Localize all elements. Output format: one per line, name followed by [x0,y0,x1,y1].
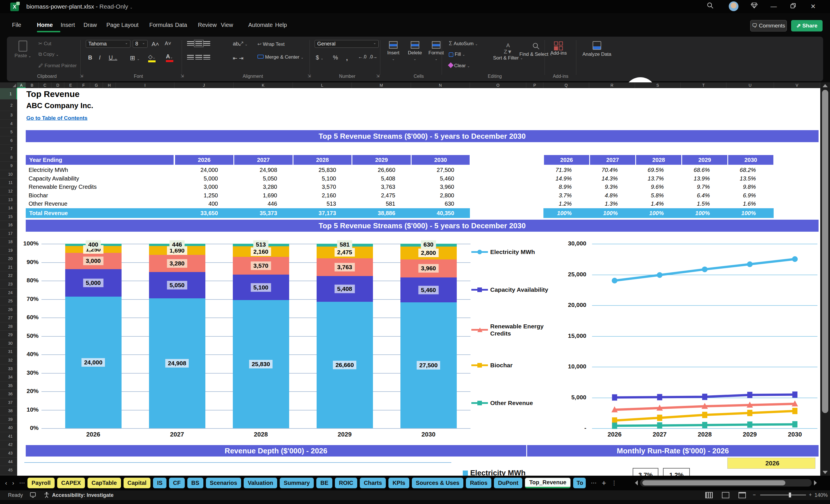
column-header-H[interactable]: H [103,83,116,88]
clipboard-dialog-launcher[interactable]: ⇲ [79,73,84,78]
ribbon-tab-insert[interactable]: Insert [61,22,75,28]
pct-header-2029[interactable]: 2029 [682,155,727,165]
font-color-button[interactable]: A⌄ [166,53,173,62]
shrink-font-button[interactable]: A˅ [165,41,171,46]
row-header-8[interactable]: 8 [0,153,17,162]
row-header-42[interactable]: 42 [0,441,17,449]
table-cell[interactable]: 5,100 [293,175,336,183]
pct-total-cell[interactable]: 100% [636,208,664,218]
total-cell[interactable]: 35,373 [234,208,277,218]
sheet-tab-payroll[interactable]: Payroll [28,478,55,488]
row-header-4[interactable]: 4 [0,120,17,128]
column-headers[interactable]: ABCDEFGHIJKLMNOPQRSTUV [17,83,820,88]
column-header-D[interactable]: D [52,83,64,88]
zoom-slider-thumb[interactable] [789,493,791,497]
italic-button[interactable]: I [99,54,101,61]
vertical-align-buttons[interactable] [187,41,210,47]
table-cell[interactable]: 2,160 [293,191,336,200]
table-cell[interactable]: 2,800 [411,191,454,200]
sheet-tab-to[interactable]: To [573,478,586,488]
delete-cells-button[interactable]: Delete⌄ [408,41,422,62]
sheet-tab-be[interactable]: BE [316,478,332,488]
alignment-dialog-launcher[interactable]: ⇲ [307,73,312,78]
vertical-scrollbar[interactable] [820,83,830,476]
pct-cell[interactable]: 1.2% [543,200,572,208]
column-header-T[interactable]: T [681,83,727,88]
legend-item-renewable-energy-credits[interactable]: Renewable Energy Credits [471,323,562,337]
row-header-9[interactable]: 9 [0,162,17,170]
table-cell[interactable]: 3,763 [352,183,395,191]
sheet-tab-valuation[interactable]: Valuation [244,478,277,488]
pct-cell[interactable]: 3.7% [543,191,572,200]
row-header-39[interactable]: 39 [0,415,17,424]
table-cell[interactable]: 3,570 [293,183,336,191]
table-cell[interactable]: 3,960 [411,183,454,191]
borders-button[interactable]: ⊞ ⌄ [130,54,140,62]
column-header-F[interactable]: F [77,83,90,88]
row-header-11[interactable]: 11 [0,179,17,187]
table-header-2026[interactable]: 2026 [175,155,233,165]
sheet-tab-captable[interactable]: CapTable [88,478,121,488]
pct-cell[interactable]: 13.5% [728,175,756,183]
tabs-scroll-right-icon[interactable]: › [12,480,14,486]
sort-filter-button[interactable]: AZ▼ Sort & Filter ⌄ [493,42,523,61]
table-header-2030[interactable]: 2030 [412,155,470,165]
table-cell[interactable]: 446 [234,200,277,208]
tabs-more-icon[interactable]: ⋯ [19,479,25,486]
row-header-40[interactable]: 40 [0,423,17,432]
accessibility-icon[interactable] [43,492,50,499]
legend-item-biochar[interactable]: Biochar [471,361,513,369]
copy-button[interactable]: ⧉ Copy ⌄ [38,52,59,57]
row-header-15[interactable]: 15 [0,213,17,221]
pct-cell[interactable]: 1.3% [589,200,618,208]
pct-cell[interactable]: 68.2% [728,166,756,175]
font-dialog-launcher[interactable]: ⇲ [180,73,185,78]
sheet-tab-bs[interactable]: BS [187,478,203,488]
pct-cell[interactable]: 9.6% [636,183,664,191]
total-cell[interactable]: 33,650 [174,208,218,218]
company-name-cell[interactable]: ABC Company Inc. [26,101,93,110]
table-header-2029[interactable]: 2029 [352,155,411,165]
legend-item-other-revenue[interactable]: Other Revenue [471,399,533,406]
table-cell[interactable]: 400 [174,200,218,208]
table-cell[interactable]: 25,830 [293,166,336,175]
pct-cell[interactable]: 1.6% [728,200,756,208]
select-all-corner[interactable] [0,83,17,88]
sheet-tab-top-revenue[interactable]: Top_Revenue [525,478,571,488]
table-row-label[interactable]: Renewable Energy Credits [29,183,97,191]
premium-diamond-icon[interactable] [749,2,759,11]
table-cell[interactable]: 2,475 [352,191,395,200]
paste-button[interactable]: Paste ⌄ [14,41,32,59]
row-header-14[interactable]: 14 [0,204,17,213]
row-header-24[interactable]: 24 [0,289,17,297]
column-header-I[interactable]: I [116,83,174,88]
sheet-tab-charts[interactable]: Charts [360,478,386,488]
tab-overflow-icon[interactable]: ⋯ [591,479,597,486]
row-header-34[interactable]: 34 [0,373,17,382]
sheet-tab-cf[interactable]: CF [169,478,185,488]
vertical-scrollbar-thumb[interactable] [822,90,828,413]
bold-button[interactable]: B [88,54,92,61]
table-header-2028[interactable]: 2028 [293,155,352,165]
row-header-10[interactable]: 10 [0,170,17,179]
merge-center-button[interactable]: Merge & Center ⌄ [257,54,304,60]
row-header-44[interactable]: 44 [0,458,17,466]
fill-button[interactable]: ↓ Fill ⌄ [449,52,465,57]
sheet-tab-scenarios[interactable]: Scenarios [206,478,242,488]
zoom-level[interactable]: 140% [815,492,828,498]
pct-cell[interactable]: 1.5% [681,200,710,208]
page-layout-view-button[interactable] [722,492,729,498]
display-settings-icon[interactable] [30,492,36,499]
zoom-out-button[interactable]: − [753,492,756,498]
table-header-2027[interactable]: 2027 [234,155,293,165]
indent-buttons[interactable]: ⇤ ⇥ [233,55,244,62]
row-header-45[interactable]: 45 [0,466,17,475]
column-header-U[interactable]: U [727,83,774,88]
pct-cell[interactable]: 69.5% [636,166,664,175]
table-cell[interactable]: 1,250 [174,191,218,200]
row-header-28[interactable]: 28 [0,322,17,331]
row-header-32[interactable]: 32 [0,356,17,365]
row-header-19[interactable]: 19 [0,246,17,255]
read-only-badge[interactable]: Read-Only [99,3,128,10]
tabs-scroll-left-icon[interactable]: ‹ [5,480,7,486]
